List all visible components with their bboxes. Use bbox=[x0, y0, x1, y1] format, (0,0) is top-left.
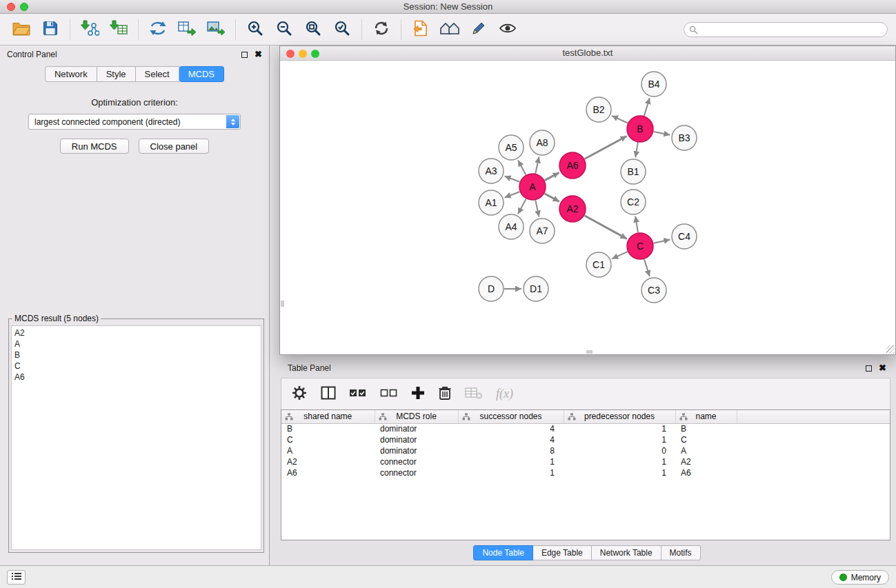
close-table-panel-icon[interactable]: ✖ bbox=[879, 365, 886, 372]
export-network-button[interactable] bbox=[143, 17, 172, 43]
edge-A-A5[interactable] bbox=[518, 160, 526, 174]
tab-style[interactable]: Style bbox=[97, 66, 136, 82]
table-row[interactable]: A2connector11A2 bbox=[281, 456, 890, 467]
node-A7[interactable]: A7 bbox=[530, 219, 555, 243]
zoom-in-button[interactable] bbox=[241, 17, 270, 43]
node-A4[interactable]: A4 bbox=[499, 214, 524, 239]
network-graph[interactable]: B4B2BB3A5A8A6B1A3AC2A1A2A4A7C4CC1C3DD1 bbox=[280, 61, 895, 354]
edge-A-A4[interactable] bbox=[518, 199, 526, 214]
zoom-fit-button[interactable] bbox=[299, 17, 328, 43]
tab-select[interactable]: Select bbox=[136, 66, 179, 82]
edge-A-A6[interactable] bbox=[545, 172, 559, 180]
network-canvas[interactable]: B4B2BB3A5A8A6B1A3AC2A1A2A4A7C4CC1C3DD1 bbox=[280, 61, 895, 354]
mcds-result-item[interactable]: A6 bbox=[14, 372, 258, 383]
tab-motifs[interactable]: Motifs bbox=[661, 545, 701, 560]
edge-A6-B[interactable] bbox=[585, 136, 627, 159]
edge-C-C3[interactable] bbox=[644, 259, 650, 276]
table-row[interactable]: A6connector11A6 bbox=[281, 467, 890, 478]
close-network-window-button[interactable] bbox=[286, 50, 295, 58]
node-C1[interactable]: C1 bbox=[586, 252, 611, 277]
table-row[interactable]: Cdominator41C bbox=[281, 434, 890, 445]
node-A2[interactable]: A2 bbox=[559, 196, 586, 222]
table-row[interactable]: Bdominator41B bbox=[281, 423, 890, 434]
criterion-dropdown[interactable]: largest connected component (directed) bbox=[28, 114, 241, 130]
import-table-button[interactable] bbox=[104, 17, 133, 43]
tab-network[interactable]: Network bbox=[45, 66, 97, 82]
edge-B-B3[interactable] bbox=[654, 132, 670, 135]
vertical-scroll-indicator[interactable] bbox=[281, 301, 284, 307]
node-A1[interactable]: A1 bbox=[479, 190, 504, 215]
mcds-result-item[interactable]: A bbox=[14, 338, 258, 349]
delete-column-button[interactable] bbox=[438, 385, 452, 403]
tab-network-table[interactable]: Network Table bbox=[592, 545, 661, 560]
node-C2[interactable]: C2 bbox=[621, 190, 646, 214]
edge-A-A1[interactable] bbox=[505, 192, 520, 197]
close-window-button[interactable] bbox=[7, 3, 15, 11]
column-header-successor-nodes[interactable]: successor nodes bbox=[458, 410, 564, 423]
save-session-button[interactable] bbox=[36, 17, 65, 43]
refresh-button[interactable] bbox=[367, 17, 396, 43]
show-hide-button[interactable] bbox=[493, 17, 522, 43]
edge-B-B2[interactable] bbox=[612, 116, 628, 123]
zoom-network-window-button[interactable] bbox=[311, 50, 319, 58]
style-pen-button[interactable] bbox=[464, 17, 493, 43]
mcds-result-item[interactable]: A2 bbox=[14, 327, 258, 338]
function-builder-button[interactable]: f(x) bbox=[496, 387, 513, 401]
tab-mcds[interactable]: MCDS bbox=[179, 66, 224, 82]
node-B4[interactable]: B4 bbox=[641, 72, 666, 97]
zoom-window-button[interactable] bbox=[20, 3, 28, 11]
home-button[interactable] bbox=[435, 17, 464, 43]
close-panel-icon[interactable]: ✖ bbox=[255, 51, 262, 58]
node-B1[interactable]: B1 bbox=[621, 159, 646, 184]
node-D1[interactable]: D1 bbox=[524, 276, 548, 301]
table-settings-button[interactable] bbox=[291, 385, 308, 403]
node-C[interactable]: C bbox=[627, 233, 653, 259]
node-A6[interactable]: A6 bbox=[559, 152, 586, 179]
minimize-network-window-button[interactable] bbox=[299, 50, 307, 58]
task-history-button[interactable] bbox=[7, 570, 26, 585]
float-panel-icon[interactable] bbox=[241, 52, 248, 58]
mcds-result-list[interactable]: A2ABCA6 bbox=[11, 325, 261, 550]
edge-A-A3[interactable] bbox=[505, 176, 520, 182]
column-header-shared-name[interactable]: shared name bbox=[281, 410, 375, 423]
node-B3[interactable]: B3 bbox=[672, 125, 697, 150]
column-header-predecessor-nodes[interactable]: predecessor nodes bbox=[564, 410, 675, 423]
show-columns-button[interactable] bbox=[321, 386, 336, 402]
edge-B-B4[interactable] bbox=[644, 98, 650, 116]
deselect-all-button[interactable] bbox=[380, 387, 398, 401]
export-image-button[interactable] bbox=[201, 17, 230, 43]
tab-node-table[interactable]: Node Table bbox=[473, 545, 533, 560]
memory-button[interactable]: Memory bbox=[831, 570, 889, 585]
edge-A-A8[interactable] bbox=[535, 157, 539, 174]
network-window-titlebar[interactable]: testGlobe.txt bbox=[280, 46, 895, 61]
horizontal-scroll-indicator[interactable] bbox=[586, 350, 593, 354]
node-D[interactable]: D bbox=[479, 276, 504, 301]
import-network-button[interactable] bbox=[75, 17, 104, 43]
select-all-button[interactable] bbox=[349, 387, 367, 401]
resize-grip[interactable] bbox=[886, 345, 895, 354]
dropdown-stepper-icon[interactable] bbox=[226, 115, 239, 128]
run-mcds-button[interactable]: Run MCDS bbox=[60, 139, 129, 154]
edge-C-C2[interactable] bbox=[635, 216, 638, 233]
edge-C-C4[interactable] bbox=[654, 240, 670, 243]
zoom-selected-button[interactable] bbox=[328, 17, 357, 43]
document-button[interactable] bbox=[406, 17, 435, 43]
node-B2[interactable]: B2 bbox=[586, 97, 611, 122]
search-input[interactable] bbox=[684, 22, 888, 37]
node-B[interactable]: B bbox=[627, 116, 653, 142]
node-A8[interactable]: A8 bbox=[530, 130, 555, 155]
edge-A2-C[interactable] bbox=[585, 216, 627, 239]
delete-table-button[interactable] bbox=[465, 386, 483, 402]
node-C3[interactable]: C3 bbox=[641, 278, 666, 303]
add-column-button[interactable] bbox=[411, 386, 425, 402]
tab-edge-table[interactable]: Edge Table bbox=[533, 545, 592, 560]
edge-A-A2[interactable] bbox=[545, 194, 559, 202]
column-header-name[interactable]: name bbox=[675, 410, 737, 423]
node-A3[interactable]: A3 bbox=[479, 159, 504, 183]
edge-A-A7[interactable] bbox=[535, 201, 539, 217]
column-header-MCDS-role[interactable]: MCDS role bbox=[375, 410, 458, 423]
node-A5[interactable]: A5 bbox=[499, 135, 524, 160]
open-session-button[interactable] bbox=[7, 17, 36, 43]
table-row[interactable]: Adominator80A bbox=[281, 445, 890, 456]
export-table-button[interactable] bbox=[172, 17, 201, 43]
